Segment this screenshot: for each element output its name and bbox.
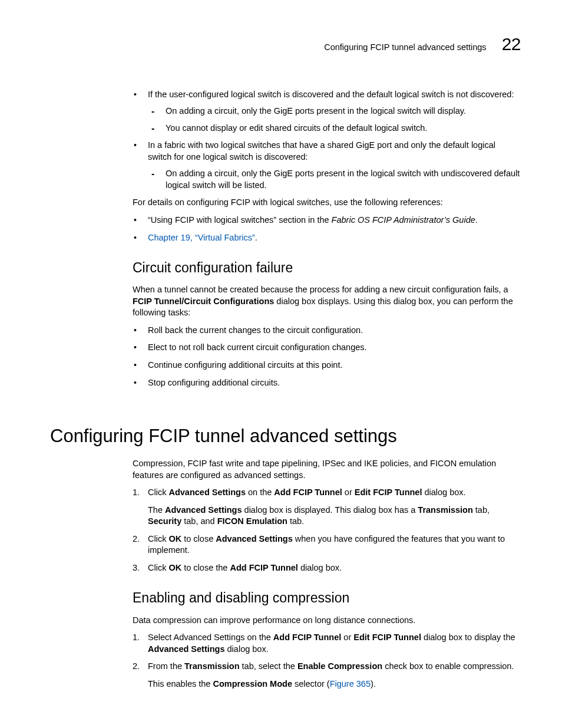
- text: to close the: [181, 563, 230, 572]
- text: When a tunnel cannot be created because …: [133, 285, 508, 294]
- step-number: 3.: [133, 562, 140, 574]
- text: tab, select the: [240, 661, 297, 671]
- link-virtual-fabrics[interactable]: Chapter 19, “Virtual Fabrics”: [148, 233, 255, 242]
- text-bold: Add FCIP Tunnel: [273, 633, 341, 642]
- text-bold: FCIP Tunnel/Circuit Configurations: [133, 297, 274, 306]
- list-item: 2. Click OK to close Advanced Settings w…: [133, 533, 521, 556]
- paragraph: For details on configuring FCIP with log…: [133, 197, 521, 209]
- list-item: 2. From the Transmission tab, select the…: [133, 661, 521, 690]
- text: check box to enable compression.: [382, 661, 514, 671]
- text-bold: Advanced Settings: [168, 487, 246, 497]
- step-number: 2.: [133, 661, 140, 673]
- text-bold: FICON Emulation: [217, 516, 287, 526]
- page: Configuring FCIP tunnel advanced setting…: [0, 0, 562, 728]
- text-bold: OK: [168, 563, 181, 572]
- text: Click: [148, 534, 168, 543]
- text: dialog box.: [225, 644, 269, 654]
- list: Roll back the current changes to the cir…: [133, 325, 521, 388]
- list-item: On adding a circuit, only the GigE ports…: [148, 168, 521, 191]
- text: dialog box.: [422, 487, 465, 497]
- list-item: Stop configuring additional circuits.: [133, 377, 521, 389]
- text: Click: [148, 487, 168, 497]
- text-bold: Advanced Settings: [165, 505, 242, 515]
- text: This enables the: [148, 679, 213, 689]
- chapter-number: 22: [502, 32, 521, 57]
- text-bold: Edit FCIP Tunnel: [353, 633, 421, 642]
- text-bold: Add FCIP Tunnel: [274, 487, 342, 497]
- text-bold: Edit FCIP Tunnel: [355, 487, 422, 497]
- text-bold: Advanced Settings: [216, 534, 293, 543]
- heading-compression: Enabling and disabling compression: [133, 589, 521, 607]
- text: on the: [246, 487, 274, 497]
- text: tab, and: [181, 516, 217, 526]
- text: Click: [148, 563, 168, 572]
- list: If the user-configured logical switch is…: [133, 89, 521, 192]
- text: .: [255, 233, 257, 242]
- paragraph: Compression, FCIP fast write and tape pi…: [133, 458, 521, 481]
- text: In a fabric with two logical switches th…: [148, 140, 495, 162]
- list-item: On adding a circuit, only the GigE ports…: [148, 106, 521, 117]
- header-title: Configuring FCIP tunnel advanced setting…: [324, 42, 486, 54]
- step-note: The Advanced Settings dialog box is disp…: [148, 505, 521, 528]
- text-italic: Fabric OS FCIP Administrator’s Guide: [332, 215, 475, 225]
- text-bold: Security: [148, 516, 181, 526]
- body-block-1: If the user-configured logical switch is…: [133, 89, 521, 389]
- text-bold: Enable Compression: [297, 661, 382, 671]
- page-header: Configuring FCIP tunnel advanced setting…: [50, 32, 521, 57]
- text: dialog box.: [298, 563, 342, 572]
- sublist: On adding a circuit, only the GigE ports…: [148, 168, 521, 191]
- text: or: [341, 633, 353, 642]
- paragraph: When a tunnel cannot be created because …: [133, 284, 521, 319]
- step-number: 1.: [133, 632, 140, 644]
- step-number: 2.: [133, 533, 140, 545]
- text-bold: Add FCIP Tunnel: [230, 563, 297, 572]
- text: or: [342, 487, 355, 497]
- text: to close: [181, 534, 216, 543]
- text: “Using FCIP with logical switches” secti…: [148, 215, 332, 225]
- list: “Using FCIP with logical switches” secti…: [133, 215, 521, 243]
- text: If the user-configured logical switch is…: [148, 90, 514, 99]
- text: tab.: [287, 516, 304, 526]
- step-note: This enables the Compression Mode select…: [148, 678, 521, 690]
- text: tab,: [473, 505, 490, 515]
- text-bold: Transmission: [418, 505, 472, 515]
- text: dialog box to display the: [421, 633, 515, 642]
- list-item: Elect to not roll back current circuit c…: [133, 342, 521, 354]
- sublist: On adding a circuit, only the GigE ports…: [148, 106, 521, 134]
- text-bold: OK: [168, 534, 181, 543]
- link-figure-365[interactable]: Figure 365: [330, 679, 371, 689]
- list-item: Roll back the current changes to the cir…: [133, 325, 521, 337]
- list-item: 1. Click Advanced Settings on the Add FC…: [133, 487, 521, 528]
- list-item: If the user-configured logical switch is…: [133, 89, 521, 134]
- ordered-list: 1. Click Advanced Settings on the Add FC…: [133, 487, 521, 574]
- text: selector (: [292, 679, 330, 689]
- text-bold: Transmission: [184, 661, 239, 671]
- list-item: In a fabric with two logical switches th…: [133, 140, 521, 191]
- text: dialog box is displayed. This dialog box…: [242, 505, 418, 515]
- text: Select Advanced Settings on the: [148, 633, 273, 642]
- step-number: 1.: [133, 487, 140, 499]
- heading-main: Configuring FCIP tunnel advanced setting…: [50, 424, 521, 449]
- body-block-2: Compression, FCIP fast write and tape pi…: [133, 458, 521, 690]
- list-item: 1. Select Advanced Settings on the Add F…: [133, 632, 521, 655]
- text-bold: Advanced Settings: [148, 644, 225, 654]
- list-item: 3. Click OK to close the Add FCIP Tunnel…: [133, 562, 521, 574]
- text-bold: Compression Mode: [213, 679, 292, 689]
- text: ).: [371, 679, 376, 689]
- list-item: Continue configuring additional circuits…: [133, 360, 521, 371]
- heading-circuit-failure: Circuit configuration failure: [133, 259, 521, 277]
- list-item: Chapter 19, “Virtual Fabrics”.: [133, 232, 521, 244]
- text: The: [148, 505, 165, 515]
- text: From the: [148, 661, 184, 671]
- list-item: “Using FCIP with logical switches” secti…: [133, 215, 521, 226]
- text: .: [475, 215, 478, 225]
- ordered-list: 1. Select Advanced Settings on the Add F…: [133, 632, 521, 690]
- paragraph: Data compression can improve performance…: [133, 615, 521, 627]
- list-item: You cannot display or edit shared circui…: [148, 123, 521, 134]
